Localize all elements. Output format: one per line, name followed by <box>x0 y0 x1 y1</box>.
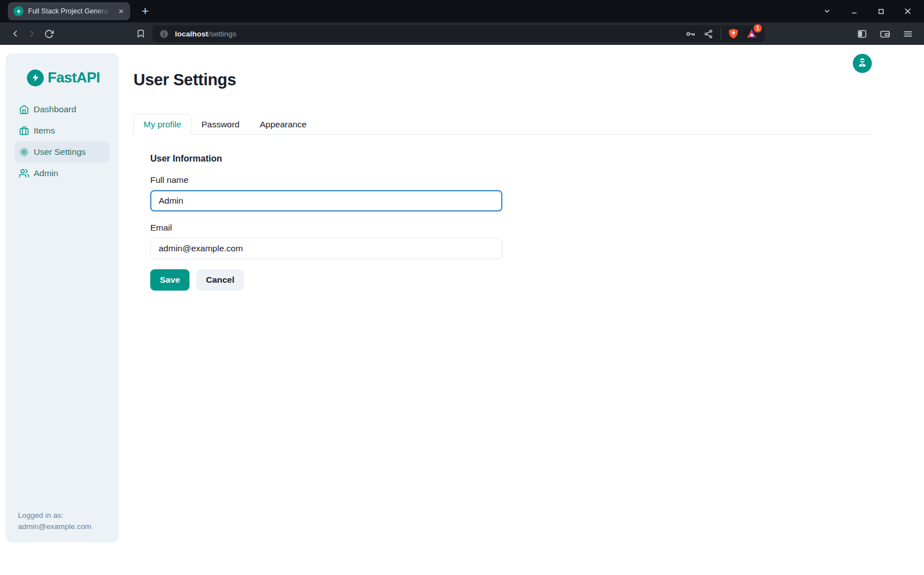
fastapi-favicon-icon <box>13 6 24 16</box>
home-icon <box>19 104 29 114</box>
window-controls <box>820 4 924 19</box>
toolbar-divider <box>720 28 721 39</box>
minimize-icon[interactable] <box>847 4 861 19</box>
sidebar-item-items[interactable]: Items <box>15 120 110 141</box>
sidebar: FastAPI Dashboard Items User Settings <box>6 53 119 542</box>
main-content: User Settings My profile Password Appear… <box>133 45 872 291</box>
password-key-icon[interactable] <box>683 27 697 40</box>
wallet-icon[interactable] <box>877 26 892 41</box>
tab-close-icon[interactable]: × <box>117 7 126 16</box>
sidebar-item-user-settings[interactable]: User Settings <box>15 141 110 163</box>
logged-in-label: Logged in as: <box>18 510 110 521</box>
brave-shield-icon[interactable] <box>727 27 740 40</box>
brave-rewards-icon[interactable]: 1 <box>745 26 759 41</box>
email-field-group: Email <box>150 223 872 259</box>
reload-icon[interactable] <box>40 25 57 42</box>
full-name-label: Full name <box>150 175 872 185</box>
sidebar-item-label: User Settings <box>34 147 86 157</box>
page-title: User Settings <box>133 71 872 89</box>
tab-search-chevron-icon[interactable] <box>820 4 834 19</box>
close-window-icon[interactable] <box>900 4 915 19</box>
gear-icon <box>19 147 29 157</box>
tab-title: Full Stack Project Genera <box>28 7 112 15</box>
form-actions: Save Cancel <box>150 269 872 291</box>
sidebar-item-admin[interactable]: Admin <box>15 163 110 184</box>
maximize-icon[interactable] <box>874 4 888 19</box>
email-label: Email <box>150 223 872 233</box>
url-bar[interactable]: localhost/settings 1 <box>153 25 765 42</box>
tab-appearance[interactable]: Appearance <box>250 114 317 135</box>
rewards-badge: 1 <box>754 24 762 33</box>
logged-in-info: Logged in as: admin@example.com <box>6 510 119 542</box>
sidebar-nav: Dashboard Items User Settings Admin <box>6 99 119 184</box>
fastapi-bolt-icon <box>27 70 44 86</box>
section-title: User Information <box>150 154 872 164</box>
save-button[interactable]: Save <box>150 269 190 291</box>
settings-tabs: My profile Password Appearance <box>133 114 872 135</box>
browser-tab-strip: Full Stack Project Genera × + <box>0 0 924 22</box>
sidebar-item-label: Admin <box>34 168 58 178</box>
forward-icon[interactable] <box>24 25 40 42</box>
fastapi-logo: FastAPI <box>6 53 119 86</box>
bookmark-icon[interactable] <box>132 25 149 42</box>
back-icon[interactable] <box>7 25 24 42</box>
share-icon[interactable] <box>701 27 715 40</box>
briefcase-icon <box>19 126 29 136</box>
logged-in-email: admin@example.com <box>18 521 110 532</box>
url-host: localhost <box>175 30 208 38</box>
email-input[interactable] <box>150 238 502 259</box>
profile-panel: User Information Full name Email Save Ca… <box>133 135 872 291</box>
url-path: /settings <box>208 30 236 38</box>
app-page: FastAPI Dashboard Items User Settings <box>0 45 924 575</box>
browser-toolbar: localhost/settings 1 <box>0 22 924 45</box>
toolbar-right-group <box>854 26 917 41</box>
menu-hamburger-icon[interactable] <box>900 26 915 41</box>
full-name-field-group: Full name <box>150 175 872 211</box>
sidebar-item-label: Dashboard <box>34 104 76 114</box>
fastapi-logo-text: FastAPI <box>48 69 100 86</box>
tab-password[interactable]: Password <box>191 114 250 135</box>
site-info-icon[interactable] <box>157 27 170 40</box>
users-icon <box>19 168 29 178</box>
sidebar-panel-icon[interactable] <box>854 26 869 41</box>
sidebar-item-label: Items <box>34 126 55 136</box>
new-tab-button[interactable]: + <box>138 4 153 19</box>
user-avatar-icon <box>857 57 868 70</box>
browser-tab[interactable]: Full Stack Project Genera × <box>8 2 130 20</box>
tab-my-profile[interactable]: My profile <box>133 114 191 135</box>
full-name-input[interactable] <box>150 190 502 211</box>
user-avatar-button[interactable] <box>853 54 872 73</box>
cancel-button[interactable]: Cancel <box>196 269 244 291</box>
sidebar-item-dashboard[interactable]: Dashboard <box>15 99 110 120</box>
